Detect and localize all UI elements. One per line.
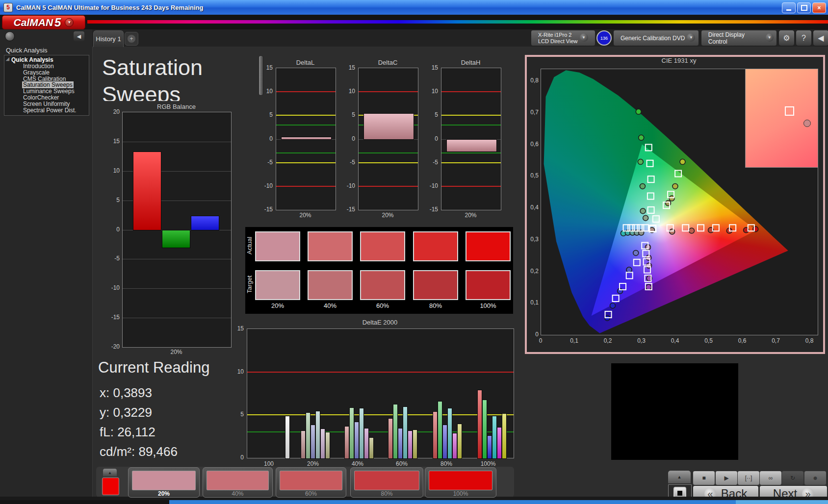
loop-icon: ∞ bbox=[769, 475, 773, 481]
delta-ref-line bbox=[441, 125, 501, 126]
target-swatch-80%[interactable] bbox=[413, 270, 458, 300]
rgb-gridline bbox=[123, 288, 231, 289]
measured-point bbox=[646, 255, 651, 260]
cie-x-tick: 0,3 bbox=[632, 337, 651, 344]
delta-ref-line bbox=[276, 115, 336, 116]
patch-button-40%[interactable]: 40% bbox=[203, 467, 273, 498]
actual-swatch-20%[interactable] bbox=[255, 231, 300, 261]
deltae-bar bbox=[398, 428, 403, 459]
close-button[interactable]: × bbox=[812, 2, 826, 13]
meter-up-button[interactable]: ▲ bbox=[668, 471, 691, 483]
measured-point bbox=[639, 135, 644, 140]
deltae-bar bbox=[413, 429, 417, 459]
cie-x-tick: 0,8 bbox=[800, 337, 819, 344]
sidebar-item-spectral-power-dist-[interactable]: Spectral Power Dist. bbox=[4, 107, 89, 113]
deltae-bar bbox=[477, 390, 482, 459]
refresh-button[interactable]: ↻ bbox=[781, 471, 804, 485]
delta-y-tick: -15 bbox=[258, 206, 273, 213]
delta-title-deltal: DeltaL bbox=[266, 59, 345, 66]
deltae-bar bbox=[433, 411, 438, 459]
patch-label: 80% bbox=[351, 490, 423, 497]
tree-root[interactable]: ◢Quick Analysis bbox=[4, 56, 89, 63]
target-swatch-100%[interactable] bbox=[466, 270, 511, 300]
patch-button-80%[interactable]: 80% bbox=[350, 467, 423, 498]
display-control-label: Direct Display Control bbox=[708, 31, 764, 45]
delta-ref-line bbox=[276, 162, 336, 163]
cie-x-tick: 0,6 bbox=[732, 337, 752, 344]
patch-button-100%[interactable]: 100% bbox=[425, 467, 496, 498]
source-dropdown[interactable]: Generic Calibration DVD ▼ bbox=[613, 30, 699, 46]
cie-y-tick: 0,5 bbox=[522, 172, 539, 179]
sidebar-item-colorchecker[interactable]: ColorChecker bbox=[4, 94, 89, 101]
sidebar-item-luminance-sweeps[interactable]: Luminance Sweeps bbox=[4, 88, 89, 94]
close-icon: × bbox=[817, 4, 821, 11]
source-label: Generic Calibration DVD bbox=[621, 35, 685, 42]
delta-plot-deltah bbox=[441, 68, 501, 210]
measured-point bbox=[636, 109, 641, 114]
delta-y-tick: 15 bbox=[258, 64, 273, 71]
delta-y-tick: 0 bbox=[340, 135, 355, 142]
sidebar-item-cms-calibration[interactable]: CMS Calibration bbox=[4, 76, 89, 82]
patch-button-60%[interactable]: 60% bbox=[276, 467, 346, 498]
cie-chart-title: CIE 1931 xy bbox=[541, 57, 817, 64]
deltae-bar bbox=[393, 404, 398, 459]
step-button[interactable]: [··] bbox=[737, 471, 760, 485]
patch-color bbox=[354, 471, 419, 490]
meter-dropdown[interactable]: X-Rite i1Pro 2 LCD Direct View ▼ bbox=[531, 30, 595, 46]
deltae-bar bbox=[344, 426, 349, 459]
deltae-title: DeltaE 2000 bbox=[247, 319, 513, 326]
settings-button[interactable]: ⚙ bbox=[778, 30, 795, 46]
target-swatch-40%[interactable] bbox=[308, 270, 353, 300]
sidebar-item-introduction[interactable]: Introduction bbox=[4, 63, 89, 69]
deltae-ref-line bbox=[247, 414, 514, 415]
loop-button[interactable]: ∞ bbox=[759, 471, 782, 485]
patch-button-20%[interactable]: 20% bbox=[128, 467, 200, 498]
delta-y-tick: 10 bbox=[258, 88, 273, 95]
rgb-bar-blue bbox=[191, 216, 219, 231]
swatch-bar-up-button[interactable]: ▲ bbox=[103, 469, 117, 477]
sidebar-item-grayscale[interactable]: Grayscale bbox=[4, 69, 89, 76]
deltae-bar bbox=[492, 416, 497, 459]
sidebar-item-screen-uniformity[interactable]: Screen Uniformity bbox=[4, 101, 89, 107]
delta-ref-line bbox=[359, 186, 418, 187]
cie-y-tick: 0,3 bbox=[522, 236, 539, 243]
restore-button[interactable] bbox=[797, 2, 811, 13]
panel-collapse-button[interactable]: ◀ bbox=[813, 30, 828, 46]
play-button[interactable]: ▶ bbox=[715, 471, 738, 485]
sidebar-title: Quick Analysis bbox=[6, 47, 48, 54]
actual-swatch-80%[interactable] bbox=[413, 231, 458, 261]
stop-button[interactable]: ■ bbox=[693, 471, 715, 485]
target-swatch-20%[interactable] bbox=[255, 270, 300, 300]
deltae-bar bbox=[447, 408, 452, 459]
display-control-dropdown[interactable]: Direct Display Control ▼ bbox=[701, 30, 777, 46]
taskbar-strip bbox=[169, 500, 736, 504]
delta-y-tick: -10 bbox=[258, 182, 273, 189]
measured-point bbox=[638, 159, 643, 165]
delta-y-tick: 0 bbox=[258, 135, 273, 142]
delta-ref-line bbox=[276, 91, 336, 92]
actual-swatch-100%[interactable] bbox=[466, 231, 511, 261]
logo-dropdown-icon[interactable]: ▼ bbox=[65, 18, 74, 27]
actual-swatch-40%[interactable] bbox=[308, 231, 353, 261]
help-button[interactable]: ? bbox=[796, 30, 812, 46]
target-swatch-60%[interactable] bbox=[360, 270, 405, 300]
sidebar-item-saturation-sweeps[interactable]: Saturation Sweeps bbox=[4, 81, 89, 88]
red-patch-swatch[interactable] bbox=[102, 478, 119, 495]
add-tab-button[interactable]: + bbox=[125, 32, 138, 46]
tab-history-1[interactable]: History 1 bbox=[93, 30, 124, 47]
minimize-button[interactable] bbox=[782, 2, 796, 13]
sidebar-collapse-button[interactable]: ◀ bbox=[74, 31, 84, 41]
sidebar-sphere-button[interactable] bbox=[5, 31, 15, 41]
calman-logo-button[interactable]: CalMAN5 ▼ bbox=[2, 15, 85, 29]
patch-color bbox=[207, 471, 269, 490]
cie-y-tick: 0,6 bbox=[522, 141, 539, 148]
delta-title-deltac: DeltaC bbox=[348, 59, 427, 66]
meter-status-bar bbox=[533, 32, 535, 44]
actual-swatch-60%[interactable] bbox=[360, 231, 405, 261]
target-square bbox=[613, 295, 619, 302]
reading-line-0: x: 0,3893 bbox=[100, 385, 247, 401]
delta-ref-line bbox=[359, 91, 418, 92]
target-square bbox=[675, 171, 681, 177]
delta-ref-line bbox=[441, 152, 501, 153]
target-square bbox=[698, 225, 704, 231]
